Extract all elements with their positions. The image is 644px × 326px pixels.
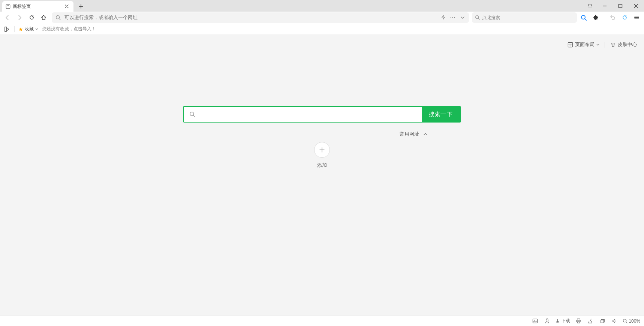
favorites-label: 收藏: [25, 26, 34, 32]
extensions-icon[interactable]: [590, 12, 601, 23]
tab-title: 新标签页: [13, 3, 31, 10]
window-controls: [583, 0, 644, 12]
minimize-button[interactable]: [597, 0, 613, 12]
volume-icon[interactable]: [611, 317, 618, 325]
skin-center-button[interactable]: 皮肤中心: [610, 42, 637, 48]
address-bar[interactable]: ···: [52, 12, 469, 23]
bookmarks-bar: ★ 收藏 您还没有收藏，点击导入！: [0, 24, 644, 35]
main-search: 搜索一下: [183, 106, 461, 123]
svg-rect-9: [568, 42, 572, 47]
svg-point-2: [7, 5, 8, 6]
chevron-down-icon: [596, 43, 599, 46]
refresh-cloud-icon[interactable]: [619, 12, 630, 23]
mini-search-input[interactable]: [482, 15, 574, 20]
search-icon: [475, 15, 480, 20]
page-top-controls: 页面布局 皮肤中心: [568, 42, 637, 48]
svg-point-17: [623, 319, 626, 322]
collapse-icon[interactable]: [422, 131, 429, 138]
more-icon[interactable]: ···: [449, 14, 456, 21]
back-button[interactable]: [2, 12, 13, 23]
svg-rect-4: [619, 4, 622, 7]
search-icon: [184, 107, 201, 122]
svg-point-1: [7, 5, 7, 6]
zoom-icon: [623, 319, 628, 323]
separator: [604, 14, 604, 21]
titlebar: 新标签页: [0, 0, 644, 12]
zoom-control[interactable]: 100%: [623, 319, 640, 324]
reload-button[interactable]: [26, 12, 37, 23]
toolbar: ···: [0, 12, 644, 24]
favorites-empty-tip[interactable]: 您还没有收藏，点击导入！: [42, 26, 96, 32]
forward-button[interactable]: [14, 12, 25, 23]
download-icon: [555, 319, 560, 323]
shirt-icon: [610, 42, 616, 48]
undo-icon[interactable]: [607, 12, 618, 23]
separator: [605, 42, 605, 48]
appearance-icon[interactable]: [583, 0, 597, 12]
download-label: 下载: [561, 318, 570, 324]
sidebar-toggle-icon[interactable]: [4, 26, 10, 33]
add-tile[interactable]: 添加: [310, 142, 334, 169]
quick-search-icon[interactable]: [578, 12, 589, 23]
svg-point-12: [534, 320, 535, 321]
svg-rect-8: [5, 27, 6, 31]
restore-icon[interactable]: [599, 317, 606, 325]
printer-icon[interactable]: [575, 317, 582, 325]
new-tab-button[interactable]: [76, 1, 86, 12]
zoom-value: 100%: [629, 319, 640, 324]
close-window-button[interactable]: [628, 0, 644, 12]
mini-search-bar[interactable]: [472, 12, 577, 23]
chevron-down-icon: [35, 28, 38, 31]
rocket-icon[interactable]: [543, 317, 551, 325]
browser-tab[interactable]: 新标签页: [2, 1, 73, 12]
tiles-row: 添加: [310, 142, 334, 169]
svg-point-3: [8, 5, 9, 6]
search-button[interactable]: 搜索一下: [422, 107, 460, 122]
status-bar: 下载 100%: [0, 316, 644, 326]
page-layout-button[interactable]: 页面布局: [568, 42, 599, 48]
add-tile-label: 添加: [317, 162, 327, 169]
search-icon: [55, 14, 61, 21]
layout-icon: [568, 42, 573, 48]
svg-rect-0: [6, 4, 10, 9]
new-tab-page: 页面布局 皮肤中心 搜索一下 常用网址 添加: [0, 35, 644, 316]
download-button[interactable]: 下载: [555, 318, 570, 324]
home-button[interactable]: [38, 12, 49, 23]
chevron-down-icon[interactable]: [459, 14, 466, 21]
separator: [14, 26, 15, 32]
svg-rect-16: [601, 320, 604, 323]
address-input[interactable]: [64, 15, 437, 20]
page-icon: [5, 4, 10, 9]
skin-center-label: 皮肤中心: [618, 42, 637, 48]
star-icon: ★: [18, 26, 23, 32]
frequent-sites-header: 常用网址: [183, 131, 461, 138]
main-search-input[interactable]: [201, 107, 422, 122]
main-search-box: 搜索一下: [183, 106, 461, 123]
tab-close-button[interactable]: [64, 3, 70, 9]
page-layout-label: 页面布局: [575, 42, 595, 48]
plus-icon: [314, 142, 330, 158]
picture-icon[interactable]: [531, 317, 539, 325]
frequent-sites-label: 常用网址: [400, 131, 419, 138]
menu-button[interactable]: [631, 12, 642, 23]
favorites-button[interactable]: ★ 收藏: [18, 26, 38, 32]
broom-icon[interactable]: [587, 317, 594, 325]
lightning-icon[interactable]: [440, 14, 446, 21]
maximize-button[interactable]: [613, 0, 628, 12]
